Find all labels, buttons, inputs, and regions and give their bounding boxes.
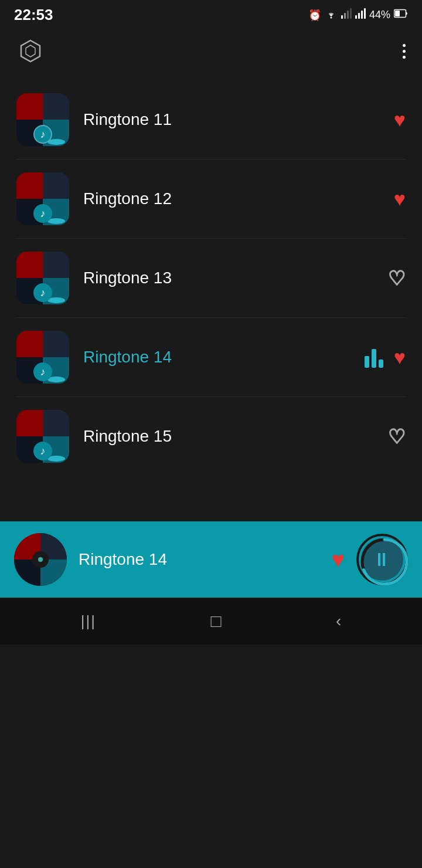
status-icons: ⏰ 44%	[308, 8, 408, 22]
recents-nav-button[interactable]: |||	[81, 612, 96, 630]
eq-bar3	[379, 360, 383, 368]
ringtone-title: Ringtone 15	[83, 427, 388, 446]
list-item[interactable]: ♪ Ringtone 15 ♡	[0, 397, 422, 476]
now-playing-bar: Ringtone 14 ♥ ⏸	[0, 521, 422, 598]
svg-rect-4	[350, 8, 352, 19]
status-bar: 22:53 ⏰	[0, 0, 422, 28]
music-note-icon: ♪	[40, 208, 46, 220]
svg-rect-3	[347, 11, 349, 19]
now-playing-favorite-button[interactable]: ♥	[331, 547, 345, 572]
status-time: 22:53	[14, 6, 53, 24]
eq-bar2	[372, 349, 376, 368]
ringtone-thumbnail: ♪	[16, 93, 69, 146]
ringtone-title: Ringtone 11	[83, 110, 394, 129]
dot2	[403, 50, 406, 53]
settings-button[interactable]	[16, 37, 45, 65]
favorite-button[interactable]: ♡	[388, 425, 406, 448]
alarm-icon: ⏰	[308, 9, 321, 22]
svg-rect-8	[364, 8, 366, 19]
favorite-button[interactable]: ♥	[394, 346, 406, 369]
svg-rect-1	[341, 15, 343, 19]
svg-rect-6	[358, 13, 360, 19]
ringtone-thumbnail: ♪	[16, 252, 69, 304]
music-note-icon: ♪	[40, 445, 46, 457]
list-item[interactable]: ♪ Ringtone 14 ♥	[0, 318, 422, 396]
svg-rect-10	[395, 11, 400, 16]
ringtone-thumbnail: ♪	[16, 331, 69, 384]
ringtone-actions: ♥	[394, 108, 406, 131]
svg-rect-2	[344, 13, 346, 19]
list-item[interactable]: ♪ Ringtone 12 ♥	[0, 160, 422, 238]
ringtone-title: Ringtone 13	[83, 269, 388, 287]
signal2-icon	[355, 8, 366, 22]
music-note-icon: ♪	[40, 128, 46, 141]
svg-rect-5	[355, 15, 357, 19]
ringtone-thumbnail: ♪	[16, 172, 69, 225]
dot3	[403, 56, 406, 59]
svg-marker-12	[26, 45, 35, 57]
music-note-icon: ♪	[40, 287, 46, 299]
disc-center-dot	[38, 557, 43, 562]
pause-button[interactable]: ⏸	[356, 534, 408, 585]
equalizer-bars	[365, 347, 383, 368]
svg-point-0	[330, 17, 332, 19]
favorite-button[interactable]: ♡	[388, 266, 406, 290]
more-menu-button[interactable]	[403, 44, 406, 59]
battery-text: 44%	[369, 9, 390, 21]
now-playing-info: Ringtone 14	[79, 550, 319, 569]
ringtone-actions: ♥	[394, 188, 406, 211]
ringtone-actions: ♥	[365, 346, 406, 369]
ringtone-thumbnail: ♪	[16, 410, 69, 463]
ringtone-actions: ♡	[388, 425, 406, 448]
ringtone-title: Ringtone 14	[83, 348, 365, 367]
eq-bar1	[365, 356, 369, 368]
dot1	[403, 44, 406, 47]
ringtone-title: Ringtone 12	[83, 189, 394, 208]
wifi-icon	[325, 8, 338, 22]
signal1-icon	[341, 8, 352, 22]
now-playing-title: Ringtone 14	[79, 550, 319, 569]
toolbar	[0, 28, 422, 74]
spacer	[0, 482, 422, 517]
list-item[interactable]: ♪ Ringtone 11 ♥	[0, 80, 422, 159]
favorite-button[interactable]: ♥	[394, 188, 406, 211]
progress-ring	[359, 536, 410, 588]
home-nav-button[interactable]: □	[210, 611, 221, 631]
music-note-icon: ♪	[40, 366, 46, 378]
svg-rect-7	[361, 11, 363, 19]
ringtone-list: ♪ Ringtone 11 ♥ ♪ Ringtone 12 ♥	[0, 74, 422, 482]
nav-bar: ||| □ ‹	[0, 598, 422, 645]
ringtone-actions: ♡	[388, 266, 406, 290]
battery-icon	[394, 9, 408, 21]
back-nav-button[interactable]: ‹	[336, 612, 341, 630]
favorite-button[interactable]: ♥	[394, 108, 406, 131]
svg-marker-11	[21, 40, 40, 62]
list-item[interactable]: ♪ Ringtone 13 ♡	[0, 239, 422, 317]
now-playing-thumbnail[interactable]	[14, 533, 67, 586]
